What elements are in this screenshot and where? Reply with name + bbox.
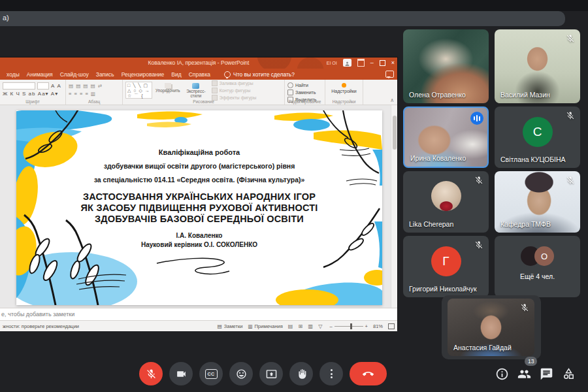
participant-name: Ирина Коваленко [410,154,466,162]
quick-styles-icon [192,83,199,89]
addins-group-label: Надстройки [325,99,363,104]
slide-subtitle-2: за спеціальністю 014.11 «Середня освіта.… [16,176,382,184]
ribbon-tab-animation[interactable]: Анимация [27,71,53,78]
ribbon: А А Ж К Ч S ab Аа▾ А▾ Шрифт ▤ ▤ ▤ ▤ ⇄ ≡ … [0,80,397,105]
lightbulb-icon [224,71,231,78]
captions-button[interactable]: CC [199,362,223,385]
notes-pane[interactable]: е, чтобы добавить заметки [0,308,397,320]
zoom-slider[interactable]: – + [329,323,368,329]
find-icon [287,82,293,88]
slide-author: І.А. Коваленко [16,232,382,239]
participant-tile-irina[interactable]: Ирина Коваленко [403,106,489,168]
shape-fill-button[interactable]: Заливка фигуры [212,80,257,86]
participant-tile-olena[interactable]: Олена Отравенко [403,29,489,103]
ribbon-tab-record[interactable]: Запись [96,71,114,78]
activities-icon [562,367,576,381]
addins-button[interactable]: Надстройки [328,82,360,95]
zoom-in-icon[interactable]: + [365,323,368,329]
camera-button[interactable] [169,362,193,385]
raise-hand-button[interactable] [289,362,313,385]
comments-bubble-icon[interactable] [385,71,394,78]
zoom-level[interactable]: 81% [373,323,383,329]
collapse-ribbon-icon[interactable]: ∧ [390,97,394,103]
captions-icon: CC [205,369,218,379]
mic-off-icon [474,240,483,250]
replace-icon [287,90,293,95]
ribbon-tab-help[interactable]: Справка [189,71,210,78]
font-size-box[interactable] [37,82,49,90]
align-buttons[interactable]: ≡ ≡ ≡ ≡ ▥ [69,91,96,97]
participant-tile-svitlana[interactable]: C Світлана КУЦОБІНА [495,106,580,168]
account-avatar-icon[interactable] [343,59,351,67]
mic-off-icon [146,368,157,380]
show-participants-button[interactable] [517,367,531,384]
notes-toggle[interactable]: ▤Заметки [218,323,243,329]
slide-title: ЗАСТОСУВАННЯ УКРАЇНСЬКИХ НАРОДНИХ ІГОР Я… [16,191,382,225]
reactions-button[interactable] [229,362,253,385]
activities-button[interactable] [562,367,576,384]
meeting-panels [495,367,576,384]
view-switcher-icons[interactable]: ▤ ⊞ ▥ ▽ [288,323,325,329]
minimize-button[interactable]: – [370,59,374,67]
quick-styles-button[interactable]: Экспресс-стили [184,82,208,99]
fit-slide-icon[interactable] [388,323,395,329]
font-name-box[interactable] [3,82,35,90]
chat-button[interactable] [540,367,553,384]
comments-icon: ▥ [248,323,252,329]
arrange-icon [165,83,171,88]
ribbon-tab-view[interactable]: Вид [171,71,181,78]
accessibility-status[interactable]: жности: проверьте рекомендации [3,323,79,329]
present-button[interactable] [259,362,283,385]
font-grow-shrink-buttons[interactable]: А А [51,83,61,89]
participant-tile-overflow[interactable]: O Ещё 4 чел. [495,236,580,297]
ribbon-group-drawing: □ ╲ ╲ ▢ △ ○ ◇ → ☆ ⌒ { Упорядочить Экспре… [123,80,285,105]
comments-toggle[interactable]: ▥Примечания [248,323,282,329]
mic-off-icon [474,176,483,185]
participant-tile-lika[interactable]: Lika Cherepan [403,171,489,233]
participant-name: Василий Мазин [500,91,550,99]
end-call-button[interactable] [350,362,387,385]
powerpoint-titlebar[interactable]: Коваленко ІА, презентація - PowerPoint Е… [0,57,397,69]
arrange-button[interactable]: Упорядочить [155,82,180,99]
tell-me-box[interactable]: Что вы хотите сделать? [224,71,295,78]
videocam-icon [176,368,187,380]
powerpoint-window: Коваленко ІА, презентація - PowerPoint Е… [0,57,397,330]
powerpoint-statusbar: жности: проверьте рекомендации ▤Заметки … [0,320,397,331]
zoom-thumb[interactable] [350,323,352,329]
list-buttons[interactable]: ▤ ▤ ▤ ▤ ⇄ [69,83,103,89]
mic-off-icon [566,34,575,43]
participant-tile-grigoriy[interactable]: Г Григорий Николайчук [403,236,489,297]
mute-button[interactable] [139,362,163,385]
slide-scrollbar[interactable] [391,105,397,308]
participant-name: Світлана КУЦОБІНА [500,155,566,163]
restore-button[interactable] [380,60,385,66]
browser-tab-bar[interactable]: а) [0,11,565,26]
more-vert-icon [331,369,333,378]
slide-canvas: Кваліфікаційна робота здобувачки вищої о… [0,105,397,308]
zoom-out-icon[interactable]: – [329,323,332,329]
participant-tile-kafedra[interactable]: Кафедра ТМФВ [495,171,580,233]
slide-subtitle-1: здобувачки вищої освіти другого (магісте… [16,162,382,170]
paragraph-group-label: Абзац [66,99,122,104]
find-button[interactable]: Найти [287,82,322,88]
more-options-button[interactable] [319,362,343,385]
ribbon-display-options-icon[interactable] [357,59,365,67]
people-icon [517,367,531,381]
participant-tile-vasiliy[interactable]: Василий Мазин [495,29,580,103]
replace-button[interactable]: Заменить [287,90,322,95]
ribbon-tab-transitions[interactable]: ходы [7,71,20,78]
font-format-buttons[interactable]: Ж К Ч S ab Аа▾ А▾ [3,91,58,97]
meeting-details-button[interactable] [495,367,509,384]
ribbon-tab-slideshow[interactable]: Слайд-шоу [60,71,89,78]
shapes-gallery[interactable]: □ ╲ ╲ ▢ △ ○ ◇ → ☆ ⌒ { [125,82,152,99]
drawing-group-label: Рисование [123,99,284,104]
overflow-count-label: Ещё 4 чел. [520,272,555,280]
shape-outline-button[interactable]: Контур фигуры [212,88,257,93]
slide-supervisor: Науковий керівник О.І. СОКОЛЕНКО [16,241,382,248]
ribbon-tab-review[interactable]: Рецензирование [122,71,165,78]
font-group-label: Шрифт [0,99,65,104]
participant-tile-anastasia[interactable]: Анастасия Гайдай [448,299,534,356]
speaking-indicator-icon [470,112,483,125]
close-button[interactable]: × [391,59,395,67]
slide[interactable]: Кваліфікаційна робота здобувачки вищої о… [16,110,382,305]
